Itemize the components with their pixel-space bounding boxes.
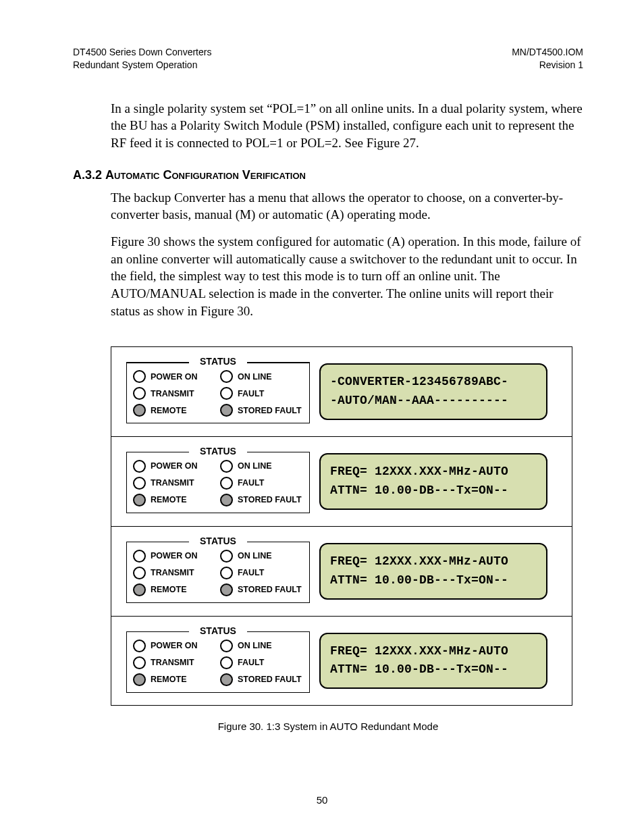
- led-stored-fault: STORED FAULT: [220, 673, 303, 686]
- figure-caption: Figure 30. 1:3 System in AUTO Redundant …: [73, 721, 583, 732]
- lcd-wrap: FREQ= 12XXX.XXX-MHz-AUTO ATTN= 10.00-DB-…: [310, 617, 572, 706]
- intro-text: In a single polarity system set “POL=1” …: [111, 100, 583, 152]
- lcd-line1: FREQ= 12XXX.XXX-MHz-AUTO: [330, 644, 508, 658]
- led-label: POWER ON: [151, 461, 197, 471]
- led-on-line: ON LINE: [220, 550, 303, 563]
- led-label: TRANSMIT: [151, 389, 194, 398]
- led-power-on: POWER ON: [133, 550, 216, 563]
- led-on-line: ON LINE: [220, 370, 303, 383]
- led-fault: FAULT: [220, 656, 303, 669]
- led-label: STORED FAULT: [238, 585, 302, 594]
- lcd-line2: ATTN= 10.00-DB---Tx=ON--: [330, 484, 508, 497]
- led-remote: REMOTE: [133, 494, 216, 506]
- led-icon: [220, 550, 233, 563]
- led-icon: [220, 656, 233, 669]
- led-icon: [133, 404, 146, 417]
- header-left-line1: DT4500 Series Down Converters: [73, 46, 211, 59]
- led-fault: FAULT: [220, 567, 303, 579]
- unit-row: STATUS POWER ON ON LINE TRANSMIT FAULT R…: [111, 347, 572, 436]
- led-fault: FAULT: [220, 387, 303, 400]
- led-label: REMOTE: [151, 406, 186, 415]
- unit-row: STATUS POWER ON ON LINE TRANSMIT FAULT R…: [111, 526, 572, 616]
- page-number: 50: [0, 794, 644, 806]
- lcd-wrap: FREQ= 12XXX.XXX-MHz-AUTO ATTN= 10.00-DB-…: [310, 437, 572, 526]
- led-icon: [133, 567, 146, 579]
- led-icon: [220, 567, 233, 579]
- led-on-line: ON LINE: [220, 640, 303, 652]
- section-body: The backup Converter has a menu that all…: [111, 189, 583, 319]
- header-right-line2: Revision 1: [512, 59, 583, 72]
- status-title: STATUS: [126, 625, 310, 636]
- led-label: ON LINE: [238, 461, 272, 471]
- unit-row: STATUS POWER ON ON LINE TRANSMIT FAULT R…: [111, 616, 572, 706]
- status-panel: STATUS POWER ON ON LINE TRANSMIT FAULT R…: [126, 626, 310, 693]
- led-remote: REMOTE: [133, 404, 216, 417]
- section-title: Automatic Configuration Verification: [105, 168, 306, 182]
- led-power-on: POWER ON: [133, 370, 216, 383]
- led-icon: [133, 550, 146, 563]
- led-label: TRANSMIT: [151, 658, 194, 667]
- led-transmit: TRANSMIT: [133, 387, 216, 400]
- led-icon: [133, 656, 146, 669]
- led-icon: [133, 583, 146, 596]
- led-icon: [133, 494, 146, 506]
- status-grid: POWER ON ON LINE TRANSMIT FAULT REMOTE S…: [133, 370, 303, 417]
- figure-30: STATUS POWER ON ON LINE TRANSMIT FAULT R…: [111, 346, 572, 706]
- lcd-line1: FREQ= 12XXX.XXX-MHz-AUTO: [330, 554, 508, 568]
- led-icon: [220, 583, 233, 596]
- led-power-on: POWER ON: [133, 460, 216, 473]
- led-label: STORED FAULT: [238, 675, 302, 684]
- led-stored-fault: STORED FAULT: [220, 583, 303, 596]
- led-icon: [220, 370, 233, 383]
- led-label: ON LINE: [238, 551, 272, 561]
- section-heading: A.3.2 Automatic Configuration Verificati…: [73, 168, 583, 182]
- led-remote: REMOTE: [133, 673, 216, 686]
- header-left-line2: Redundant System Operation: [73, 59, 211, 72]
- status-grid: POWER ON ON LINE TRANSMIT FAULT REMOTE S…: [133, 550, 303, 596]
- lcd-wrap: FREQ= 12XXX.XXX-MHz-AUTO ATTN= 10.00-DB-…: [310, 527, 572, 616]
- led-label: FAULT: [238, 658, 264, 667]
- header-left: DT4500 Series Down Converters Redundant …: [73, 46, 211, 72]
- status-panel: STATUS POWER ON ON LINE TRANSMIT FAULT R…: [126, 536, 310, 603]
- status-panel: STATUS POWER ON ON LINE TRANSMIT FAULT R…: [126, 357, 310, 423]
- led-icon: [133, 477, 146, 490]
- lcd-display: FREQ= 12XXX.XXX-MHz-AUTO ATTN= 10.00-DB-…: [319, 633, 547, 689]
- led-remote: REMOTE: [133, 583, 216, 596]
- lcd-line2: ATTN= 10.00-DB---Tx=ON--: [330, 662, 508, 676]
- led-label: TRANSMIT: [151, 478, 194, 488]
- page: DT4500 Series Down Converters Redundant …: [0, 0, 644, 834]
- led-label: REMOTE: [151, 585, 186, 594]
- led-transmit: TRANSMIT: [133, 477, 216, 490]
- led-label: STORED FAULT: [238, 406, 302, 415]
- led-stored-fault: STORED FAULT: [220, 494, 303, 506]
- lcd-line1: -CONVERTER-123456789ABC-: [330, 375, 508, 388]
- led-label: FAULT: [238, 389, 264, 398]
- led-label: ON LINE: [238, 372, 272, 382]
- led-icon: [133, 640, 146, 652]
- led-label: REMOTE: [151, 495, 186, 504]
- header-right: MN/DT4500.IOM Revision 1: [512, 46, 583, 72]
- status-title: STATUS: [126, 356, 310, 367]
- led-label: POWER ON: [151, 641, 197, 650]
- led-label: TRANSMIT: [151, 568, 194, 577]
- status-title: STATUS: [126, 446, 310, 457]
- lcd-display: FREQ= 12XXX.XXX-MHz-AUTO ATTN= 10.00-DB-…: [319, 543, 547, 600]
- led-fault: FAULT: [220, 477, 303, 490]
- led-label: POWER ON: [151, 551, 197, 561]
- led-icon: [220, 494, 233, 506]
- para-2: Figure 30 shows the system configured fo…: [111, 233, 583, 319]
- led-icon: [133, 387, 146, 400]
- led-icon: [220, 387, 233, 400]
- led-label: ON LINE: [238, 641, 272, 650]
- led-label: REMOTE: [151, 675, 186, 684]
- led-transmit: TRANSMIT: [133, 567, 216, 579]
- section-number: A.3.2: [73, 168, 102, 182]
- status-panel: STATUS POWER ON ON LINE TRANSMIT FAULT R…: [126, 446, 310, 513]
- led-icon: [133, 460, 146, 473]
- led-label: STORED FAULT: [238, 495, 302, 504]
- status-grid: POWER ON ON LINE TRANSMIT FAULT REMOTE S…: [133, 640, 303, 686]
- led-icon: [220, 460, 233, 473]
- led-icon: [133, 673, 146, 686]
- para-1: The backup Converter has a menu that all…: [111, 189, 583, 224]
- led-on-line: ON LINE: [220, 460, 303, 473]
